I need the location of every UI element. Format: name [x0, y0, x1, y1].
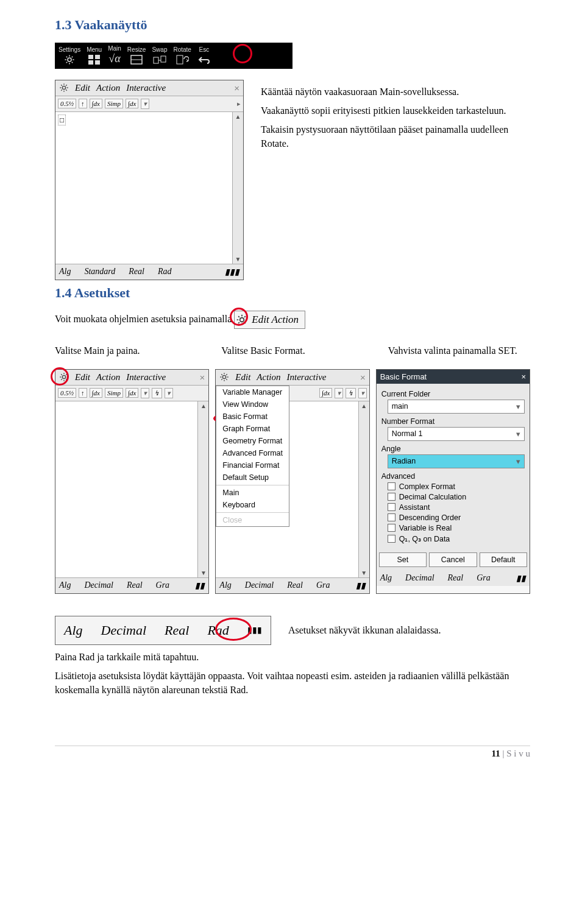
menu-settings[interactable]: Settings [58, 46, 80, 65]
para-1: Kääntää näytön vaakasuoraan Main-sovellu… [261, 85, 530, 99]
check-decimal-calculation[interactable]: Decimal Calculation [388, 493, 525, 501]
menu-rotate[interactable]: Rotate [173, 46, 191, 65]
default-button[interactable]: Default [480, 552, 527, 567]
scrollbar[interactable]: ▲▼ [232, 112, 243, 264]
menu-swap[interactable]: Swap [152, 46, 167, 65]
status-complex[interactable]: Real [127, 580, 143, 591]
status-alg[interactable]: Alg [219, 580, 231, 591]
tb-simp[interactable]: Simp [105, 388, 123, 398]
tb-more[interactable]: ▾ [335, 388, 343, 398]
tb-hand-icon[interactable]: ↑ [79, 99, 87, 108]
tb-simp[interactable]: Simp [105, 99, 123, 108]
dd-main[interactable]: Main [216, 487, 289, 499]
tb-integral[interactable]: ∫dx [90, 388, 102, 398]
menu-main[interactable]: Main √α [108, 45, 121, 65]
status-alg[interactable]: Alg [59, 267, 71, 277]
tb-more2[interactable]: ▾ [165, 388, 173, 398]
menu-resize[interactable]: Resize [127, 46, 146, 65]
status-num[interactable]: Decimal [84, 580, 113, 591]
menu-menu[interactable]: Menu [87, 46, 102, 65]
check-complex-format[interactable]: Complex Format [388, 482, 525, 491]
status-strip-example: Alg Decimal Real Rad ▮▮▮ [55, 616, 271, 645]
tb-integral[interactable]: ∫dx [90, 99, 102, 108]
dd-keyboard[interactable]: Keyboard [216, 499, 289, 511]
status-angle[interactable]: Gra [316, 580, 330, 591]
status-num[interactable]: Decimal [405, 573, 434, 584]
status-num[interactable]: Decimal [245, 580, 274, 591]
calc-menubar: Edit Action Interactive × [55, 80, 243, 96]
menu-interactive[interactable]: Interactive [126, 372, 166, 383]
check-assistant[interactable]: Assistant [388, 503, 525, 512]
menu-edit[interactable]: Edit [75, 83, 90, 93]
status-angle[interactable]: Gra [477, 573, 491, 584]
select-angle[interactable]: Radian▾ [388, 454, 525, 468]
dd-graph-format[interactable]: Graph Format [216, 423, 289, 435]
status-alg[interactable]: Alg [64, 622, 83, 638]
check-q1-q3-on-data[interactable]: Q₁, Q₃ on Data [388, 534, 525, 543]
tb-graph[interactable]: ↯ [346, 388, 356, 398]
menu-action[interactable]: Action [257, 372, 280, 383]
dd-geometry-format[interactable]: Geometry Format [216, 435, 289, 447]
gear-icon[interactable] [219, 372, 229, 382]
grid-icon [88, 54, 101, 65]
status-complex[interactable]: Real [287, 580, 303, 591]
tb-hand-icon[interactable]: ↑ [79, 388, 87, 398]
status-decimal[interactable]: Decimal [101, 622, 147, 638]
close-icon[interactable]: × [521, 372, 526, 381]
tb-integral2[interactable]: ∫dx [126, 388, 138, 398]
calc-statusbar: Alg Standard Real Rad ▮▮▮ [55, 264, 243, 280]
status-num[interactable]: Standard [84, 267, 115, 277]
tb-more2[interactable]: ▾ [358, 388, 367, 398]
dd-financial-format[interactable]: Financial Format [216, 459, 289, 471]
status-alg[interactable]: Alg [59, 580, 71, 591]
gear-icon[interactable] [59, 372, 69, 382]
menu-edit[interactable]: Edit [235, 372, 250, 383]
check-descending-order[interactable]: Descending Order [388, 513, 525, 522]
set-button[interactable]: Set [379, 552, 427, 567]
close-icon[interactable]: × [200, 372, 205, 383]
back-arrow-icon [197, 54, 211, 65]
caption-3: Vahvista valinta painamalla SET. [388, 344, 530, 358]
scrollbar[interactable]: ▲▼ [358, 401, 369, 577]
dd-variable-manager[interactable]: Variable Manager [216, 386, 289, 398]
tb-forward[interactable]: ▸ [237, 100, 241, 108]
dd-default-setup[interactable]: Default Setup [216, 471, 289, 484]
status-alg[interactable]: Alg [380, 573, 392, 584]
tb-more1[interactable]: ▾ [141, 388, 149, 398]
dd-view-window[interactable]: View Window [216, 398, 289, 411]
status-real[interactable]: Real [165, 622, 189, 638]
menu-esc[interactable]: Esc [197, 46, 211, 65]
tb-graph[interactable]: ↯ [152, 388, 162, 398]
status-angle[interactable]: Rad [158, 267, 172, 277]
tb-more[interactable]: ▾ [141, 99, 149, 109]
svg-rect-1 [88, 55, 93, 59]
tb-integral[interactable]: ∫dx [319, 388, 332, 398]
svg-rect-2 [95, 55, 100, 59]
close-icon[interactable]: × [360, 372, 366, 383]
status-complex[interactable]: Real [448, 573, 464, 584]
input-cursor[interactable]: □ [58, 115, 66, 125]
dd-basic-format[interactable]: Basic Format [216, 411, 289, 423]
menu-action[interactable]: Action [96, 372, 120, 383]
select-current-folder[interactable]: main▾ [388, 400, 525, 414]
menu-interactive[interactable]: Interactive [126, 83, 166, 93]
dd-advanced-format[interactable]: Advanced Format [216, 447, 289, 459]
menu-action[interactable]: Action [96, 83, 120, 93]
close-icon[interactable]: × [234, 83, 239, 93]
tb-integral2[interactable]: ∫dx [126, 99, 138, 108]
select-number-format[interactable]: Normal 1▾ [388, 427, 525, 441]
tb-fraction[interactable]: 0.5½ [58, 388, 76, 398]
menu-edit[interactable]: Edit [75, 372, 90, 383]
scrollbar[interactable]: ▲▼ [197, 401, 208, 577]
status-complex[interactable]: Real [129, 267, 144, 277]
status-angle[interactable]: Gra [156, 580, 170, 591]
gear-icon[interactable] [59, 83, 69, 93]
cancel-button[interactable]: Cancel [429, 552, 477, 567]
tb-fraction[interactable]: 0.5½ [58, 99, 76, 108]
top-menu-strip: Settings Menu Main √α Resize Swap Rotate… [55, 43, 292, 69]
settings-dropdown: Variable Manager View Window Basic Forma… [216, 386, 289, 527]
svg-rect-7 [154, 57, 158, 63]
battery-icon: ▮▮ [195, 580, 205, 591]
check-variable-is-real[interactable]: Variable is Real [388, 524, 525, 532]
menu-interactive[interactable]: Interactive [286, 372, 326, 383]
